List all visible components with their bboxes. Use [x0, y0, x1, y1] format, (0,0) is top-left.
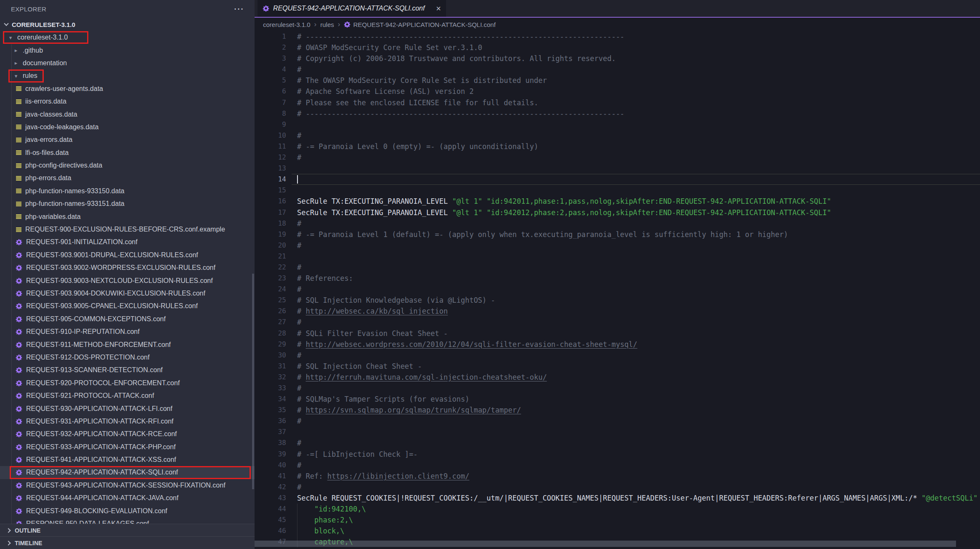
- tree-item-php-errors.data[interactable]: php-errors.data: [0, 172, 255, 184]
- tree-item-REQUEST-921-PROTOCOL-ATTACK.conf[interactable]: REQUEST-921-PROTOCOL-ATTACK.conf: [0, 389, 255, 402]
- tree-item-java-classes.data[interactable]: java-classes.data: [0, 108, 255, 120]
- code-line-11[interactable]: 11# -= Paranoia Level 0 (empty) =- (appl…: [255, 141, 980, 152]
- code-line-37[interactable]: 37: [255, 426, 980, 437]
- code-line-16[interactable]: 16SecRule TX:EXECUTING_PARANOIA_LEVEL "@…: [255, 196, 980, 207]
- code-line-4[interactable]: 4#: [255, 64, 980, 75]
- tree-item-REQUEST-903.9004-DOKUWIKI-EXCLUSION-RULES.conf[interactable]: REQUEST-903.9004-DOKUWIKI-EXCLUSION-RULE…: [0, 287, 255, 300]
- breadcrumb-item-rules[interactable]: rules: [320, 21, 334, 28]
- code-line-13[interactable]: 13: [255, 163, 980, 174]
- code-line-33[interactable]: 33#: [255, 383, 980, 394]
- tree-item-java-errors.data[interactable]: java-errors.data: [0, 133, 255, 146]
- code-line-24[interactable]: 24#: [255, 284, 980, 295]
- code-line-8[interactable]: 8# -------------------------------------…: [255, 108, 980, 119]
- tree-item-.github[interactable]: ▸.github: [0, 44, 255, 56]
- tree-item-crawlers-user-agents.data[interactable]: crawlers-user-agents.data: [0, 83, 255, 95]
- code-line-25[interactable]: 25# SQL Injection Knowledgebase (via @Li…: [255, 295, 980, 306]
- tree-item-REQUEST-905-COMMON-EXCEPTIONS.conf[interactable]: REQUEST-905-COMMON-EXCEPTIONS.conf: [0, 313, 255, 325]
- tree-item-REQUEST-930-APPLICATION-ATTACK-LFI.conf[interactable]: REQUEST-930-APPLICATION-ATTACK-LFI.conf: [0, 402, 255, 415]
- code-line-22[interactable]: 22#: [255, 262, 980, 273]
- tab-request-942-application-attack-sqli[interactable]: REQUEST-942-APPLICATION-ATTACK-SQLI.conf…: [258, 0, 446, 17]
- tree-item-REQUEST-943-APPLICATION-ATTACK-SESSION-FIXATION.conf[interactable]: REQUEST-943-APPLICATION-ATTACK-SESSION-F…: [0, 479, 255, 492]
- code-line-23[interactable]: 23# References:: [255, 273, 980, 284]
- code-line-1[interactable]: 1# -------------------------------------…: [255, 31, 980, 42]
- tree-item-php-function-names-933150.data[interactable]: php-function-names-933150.data: [0, 185, 255, 197]
- code-line-9[interactable]: 9: [255, 119, 980, 130]
- breadcrumb-item-coreruleset-3.1.0[interactable]: coreruleset-3.1.0: [263, 21, 311, 28]
- code-line-42[interactable]: 42#: [255, 482, 980, 493]
- code-line-41[interactable]: 41# Ref: https://libinjection.client9.co…: [255, 471, 980, 482]
- tree-item-REQUEST-933-APPLICATION-ATTACK-PHP.conf[interactable]: REQUEST-933-APPLICATION-ATTACK-PHP.conf: [0, 441, 255, 453]
- code-line-44[interactable]: 44 "id:942100,\: [255, 504, 980, 514]
- code-line-31[interactable]: 31# SQL Injection Cheat Sheet -: [255, 361, 980, 372]
- tree-item-REQUEST-910-IP-REPUTATION.conf[interactable]: REQUEST-910-IP-REPUTATION.conf: [0, 325, 255, 338]
- line-content: # Copyright (c) 2006-2018 Trustwave and …: [286, 53, 980, 64]
- tree-item-REQUEST-900-EXCLUSION-RULES-BEFORE-CRS.conf.example[interactable]: REQUEST-900-EXCLUSION-RULES-BEFORE-CRS.c…: [0, 223, 255, 236]
- code-line-15[interactable]: 15: [255, 185, 980, 196]
- tree-item-REQUEST-911-METHOD-ENFORCEMENT.conf[interactable]: REQUEST-911-METHOD-ENFORCEMENT.conf: [0, 338, 255, 351]
- tree-item-documentation[interactable]: ▸documentation: [0, 57, 255, 69]
- tree-item-php-config-directives.data[interactable]: php-config-directives.data: [0, 159, 255, 172]
- tree-item-REQUEST-903.9002-WORDPRESS-EXCLUSION-RULES.conf[interactable]: REQUEST-903.9002-WORDPRESS-EXCLUSION-RUL…: [0, 261, 255, 274]
- code-line-28[interactable]: 28# SQLi Filter Evasion Cheat Sheet -: [255, 328, 980, 339]
- tree-item-lfi-os-files.data[interactable]: lfi-os-files.data: [0, 147, 255, 159]
- code-line-20[interactable]: 20#: [255, 240, 980, 251]
- code-line-14[interactable]: 14: [255, 174, 980, 185]
- code-line-2[interactable]: 2# OWASP ModSecurity Core Rule Set ver.3…: [255, 42, 980, 53]
- horizontal-scrollbar[interactable]: [255, 541, 956, 547]
- tree-item-php-function-names-933151.data[interactable]: php-function-names-933151.data: [0, 197, 255, 210]
- code-line-21[interactable]: 21: [255, 251, 980, 262]
- tree-item-REQUEST-949-BLOCKING-EVALUATION.conf[interactable]: REQUEST-949-BLOCKING-EVALUATION.conf: [0, 504, 255, 517]
- tree-item-REQUEST-944-APPLICATION-ATTACK-JAVA.conf[interactable]: REQUEST-944-APPLICATION-ATTACK-JAVA.conf: [0, 492, 255, 504]
- code-line-29[interactable]: 29# http://websec.wordpress.com/2010/12/…: [255, 339, 980, 350]
- tree-item-php-variables.data[interactable]: php-variables.data: [0, 210, 255, 223]
- tree-item-iis-errors.data[interactable]: iis-errors.data: [0, 95, 255, 108]
- code-line-40[interactable]: 40#: [255, 460, 980, 471]
- code-line-17[interactable]: 17SecRule TX:EXECUTING_PARANOIA_LEVEL "@…: [255, 207, 980, 218]
- code-line-6[interactable]: 6# Apache Software License (ASL) version…: [255, 86, 980, 97]
- line-content: # Ref: https://libinjection.client9.com/: [286, 471, 980, 482]
- code-line-18[interactable]: 18#: [255, 218, 980, 229]
- tree-item-REQUEST-942-APPLICATION-ATTACK-SQLI.conf[interactable]: REQUEST-942-APPLICATION-ATTACK-SQLI.conf: [0, 466, 255, 479]
- code-line-26[interactable]: 26# http://websec.ca/kb/sql_injection: [255, 306, 980, 317]
- tree-item-REQUEST-903.9005-CPANEL-EXCLUSION-RULES.conf[interactable]: REQUEST-903.9005-CPANEL-EXCLUSION-RULES.…: [0, 300, 255, 312]
- code-line-43[interactable]: 43SecRule REQUEST_COOKIES|!REQUEST_COOKI…: [255, 493, 980, 504]
- code-editor[interactable]: 1# -------------------------------------…: [255, 31, 980, 549]
- tree-item-REQUEST-932-APPLICATION-ATTACK-RCE.conf[interactable]: REQUEST-932-APPLICATION-ATTACK-RCE.conf: [0, 428, 255, 440]
- code-line-35[interactable]: 35# https://svn.sqlmap.org/sqlmap/trunk/…: [255, 405, 980, 416]
- tree-item-REQUEST-931-APPLICATION-ATTACK-RFI.conf[interactable]: REQUEST-931-APPLICATION-ATTACK-RFI.conf: [0, 415, 255, 428]
- sidebar-scrollbar[interactable]: [252, 274, 254, 489]
- code-line-36[interactable]: 36#: [255, 416, 980, 426]
- code-line-39[interactable]: 39# -=[ LibInjection Check ]=-: [255, 449, 980, 460]
- code-line-34[interactable]: 34# SQLMap's Tamper Scripts (for evasion…: [255, 394, 980, 405]
- breadcrumb-item-REQUEST-942-APPLICATION-ATTACK-SQLI.conf[interactable]: REQUEST-942-APPLICATION-ATTACK-SQLI.conf: [344, 21, 495, 28]
- gear-icon: [16, 354, 22, 361]
- more-actions-icon[interactable]: ⋯: [234, 4, 244, 14]
- code-line-5[interactable]: 5# The OWASP ModSecurity Core Rule Set i…: [255, 75, 980, 86]
- tree-root-folder[interactable]: CORERULESET-3.1.0: [0, 18, 255, 31]
- tree-item-REQUEST-903.9001-DRUPAL-EXCLUSION-RULES.conf[interactable]: REQUEST-903.9001-DRUPAL-EXCLUSION-RULES.…: [0, 249, 255, 261]
- code-line-32[interactable]: 32# http://ferruh.mavituna.com/sql-injec…: [255, 372, 980, 383]
- code-line-10[interactable]: 10#: [255, 130, 980, 141]
- close-icon[interactable]: ×: [436, 4, 441, 13]
- code-line-7[interactable]: 7# Please see the enclosed LICENSE file …: [255, 97, 980, 108]
- code-line-30[interactable]: 30#: [255, 350, 980, 361]
- code-line-46[interactable]: 46 block,\: [255, 525, 980, 536]
- code-line-45[interactable]: 45 phase:2,\: [255, 514, 980, 525]
- sidebar-section-timeline[interactable]: TIMELINE: [0, 536, 255, 549]
- tree-item-RESPONSE-950-DATA-LEAKAGES.conf[interactable]: RESPONSE-950-DATA-LEAKAGES.conf: [0, 517, 255, 524]
- code-line-19[interactable]: 19# -= Paranoia Level 1 (default) =- (ap…: [255, 229, 980, 240]
- tree-item-REQUEST-920-PROTOCOL-ENFORCEMENT.conf[interactable]: REQUEST-920-PROTOCOL-ENFORCEMENT.conf: [0, 377, 255, 389]
- sidebar-section-outline[interactable]: OUTLINE: [0, 524, 255, 536]
- code-line-12[interactable]: 12#: [255, 152, 980, 163]
- tree-item-rules[interactable]: ▾rules: [0, 69, 255, 82]
- code-line-27[interactable]: 27#: [255, 317, 980, 328]
- code-line-38[interactable]: 38#: [255, 437, 980, 448]
- tree-item-REQUEST-913-SCANNER-DETECTION.conf[interactable]: REQUEST-913-SCANNER-DETECTION.conf: [0, 364, 255, 376]
- tree-item-REQUEST-903.9003-NEXTCLOUD-EXCLUSION-RULES.conf[interactable]: REQUEST-903.9003-NEXTCLOUD-EXCLUSION-RUL…: [0, 274, 255, 287]
- tree-item-REQUEST-941-APPLICATION-ATTACK-XSS.conf[interactable]: REQUEST-941-APPLICATION-ATTACK-XSS.conf: [0, 453, 255, 466]
- tree-item-REQUEST-901-INITIALIZATION.conf[interactable]: REQUEST-901-INITIALIZATION.conf: [0, 236, 255, 248]
- tree-item-java-code-leakages.data[interactable]: java-code-leakages.data: [0, 121, 255, 133]
- tree-item-REQUEST-912-DOS-PROTECTION.conf[interactable]: REQUEST-912-DOS-PROTECTION.conf: [0, 351, 255, 364]
- code-line-3[interactable]: 3# Copyright (c) 2006-2018 Trustwave and…: [255, 53, 980, 64]
- tree-item-coreruleset-3.1.0[interactable]: ▾coreruleset-3.1.0: [0, 31, 255, 44]
